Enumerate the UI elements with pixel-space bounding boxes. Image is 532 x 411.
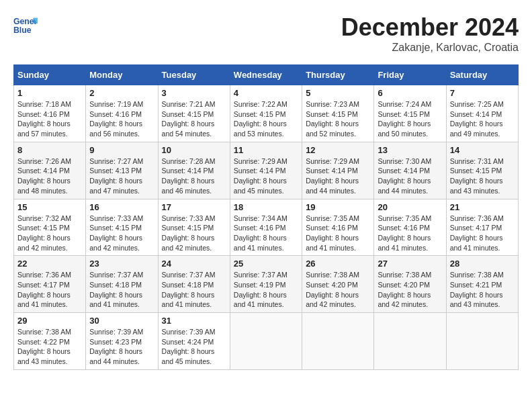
sunrise-text: Sunrise: 7:27 AM bbox=[89, 157, 143, 165]
sunrise-text: Sunrise: 7:35 AM bbox=[306, 214, 359, 222]
sunrise-text: Sunrise: 7:34 AM bbox=[234, 214, 287, 222]
day-number: 6 bbox=[378, 88, 442, 98]
daylight-text: Daylight: 8 hours and 41 minutes. bbox=[234, 234, 287, 252]
daylight-text: Daylight: 8 hours and 49 minutes. bbox=[450, 120, 503, 138]
day-info: Sunrise: 7:24 AM Sunset: 4:15 PM Dayligh… bbox=[378, 99, 442, 139]
day-info: Sunrise: 7:36 AM Sunset: 4:17 PM Dayligh… bbox=[450, 214, 515, 253]
day-info: Sunrise: 7:34 AM Sunset: 4:16 PM Dayligh… bbox=[234, 214, 298, 253]
day-number: 9 bbox=[89, 145, 154, 155]
calendar-cell bbox=[446, 313, 518, 370]
day-info: Sunrise: 7:37 AM Sunset: 4:18 PM Dayligh… bbox=[89, 270, 154, 310]
daylight-text: Daylight: 8 hours and 48 minutes. bbox=[17, 177, 71, 195]
daylight-text: Daylight: 8 hours and 56 minutes. bbox=[89, 120, 142, 138]
day-info: Sunrise: 7:38 AM Sunset: 4:21 PM Dayligh… bbox=[450, 270, 515, 310]
daylight-text: Daylight: 8 hours and 52 minutes. bbox=[306, 120, 359, 138]
calendar-body: 1 Sunrise: 7:18 AM Sunset: 4:16 PM Dayli… bbox=[14, 85, 519, 370]
day-number: 2 bbox=[89, 88, 154, 98]
day-info: Sunrise: 7:26 AM Sunset: 4:14 PM Dayligh… bbox=[17, 156, 82, 196]
calendar-cell: 18 Sunrise: 7:34 AM Sunset: 4:16 PM Dayl… bbox=[230, 199, 302, 256]
sunrise-text: Sunrise: 7:38 AM bbox=[450, 271, 504, 279]
day-number: 27 bbox=[378, 259, 442, 269]
day-info: Sunrise: 7:39 AM Sunset: 4:23 PM Dayligh… bbox=[89, 327, 154, 367]
sunrise-text: Sunrise: 7:18 AM bbox=[17, 100, 71, 108]
col-tuesday: Tuesday bbox=[158, 65, 230, 85]
sunset-text: Sunset: 4:15 PM bbox=[306, 110, 358, 118]
calendar-cell: 11 Sunrise: 7:29 AM Sunset: 4:14 PM Dayl… bbox=[230, 142, 302, 199]
calendar-cell: 30 Sunrise: 7:39 AM Sunset: 4:23 PM Dayl… bbox=[86, 313, 158, 370]
sunset-text: Sunset: 4:21 PM bbox=[450, 281, 502, 289]
sunset-text: Sunset: 4:18 PM bbox=[162, 281, 214, 289]
day-info: Sunrise: 7:25 AM Sunset: 4:14 PM Dayligh… bbox=[450, 99, 515, 139]
sunrise-text: Sunrise: 7:39 AM bbox=[162, 328, 216, 336]
sunrise-text: Sunrise: 7:29 AM bbox=[234, 157, 287, 165]
day-info: Sunrise: 7:35 AM Sunset: 4:16 PM Dayligh… bbox=[378, 214, 442, 253]
calendar-cell: 24 Sunrise: 7:37 AM Sunset: 4:18 PM Dayl… bbox=[158, 256, 230, 313]
day-info: Sunrise: 7:37 AM Sunset: 4:18 PM Dayligh… bbox=[162, 270, 226, 310]
sunrise-text: Sunrise: 7:21 AM bbox=[162, 100, 216, 108]
day-number: 15 bbox=[17, 202, 82, 212]
calendar-cell: 6 Sunrise: 7:24 AM Sunset: 4:15 PM Dayli… bbox=[374, 85, 446, 142]
daylight-text: Daylight: 8 hours and 42 minutes. bbox=[306, 291, 359, 309]
sunset-text: Sunset: 4:20 PM bbox=[378, 281, 430, 289]
location-subtitle: Zakanje, Karlovac, Croatia bbox=[341, 42, 519, 54]
calendar-cell: 12 Sunrise: 7:29 AM Sunset: 4:14 PM Dayl… bbox=[302, 142, 374, 199]
calendar-week-row: 22 Sunrise: 7:36 AM Sunset: 4:17 PM Dayl… bbox=[14, 256, 519, 313]
sunset-text: Sunset: 4:14 PM bbox=[234, 167, 286, 175]
calendar-cell: 29 Sunrise: 7:38 AM Sunset: 4:22 PM Dayl… bbox=[14, 313, 86, 370]
daylight-text: Daylight: 8 hours and 41 minutes. bbox=[89, 291, 142, 309]
day-number: 13 bbox=[378, 145, 442, 155]
day-info: Sunrise: 7:28 AM Sunset: 4:14 PM Dayligh… bbox=[162, 156, 226, 196]
sunset-text: Sunset: 4:17 PM bbox=[17, 281, 70, 289]
daylight-text: Daylight: 8 hours and 44 minutes. bbox=[378, 177, 431, 195]
daylight-text: Daylight: 8 hours and 45 minutes. bbox=[162, 347, 215, 365]
daylight-text: Daylight: 8 hours and 44 minutes. bbox=[89, 347, 142, 365]
daylight-text: Daylight: 8 hours and 54 minutes. bbox=[162, 120, 215, 138]
logo-icon: General Blue bbox=[13, 13, 38, 38]
sunrise-text: Sunrise: 7:38 AM bbox=[17, 328, 71, 336]
sunset-text: Sunset: 4:16 PM bbox=[89, 110, 142, 118]
calendar-cell: 26 Sunrise: 7:38 AM Sunset: 4:20 PM Dayl… bbox=[302, 256, 374, 313]
col-sunday: Sunday bbox=[14, 65, 86, 85]
day-number: 11 bbox=[234, 145, 298, 155]
sunset-text: Sunset: 4:15 PM bbox=[89, 224, 142, 232]
sunset-text: Sunset: 4:15 PM bbox=[162, 224, 214, 232]
sunrise-text: Sunrise: 7:22 AM bbox=[234, 100, 287, 108]
calendar-week-row: 29 Sunrise: 7:38 AM Sunset: 4:22 PM Dayl… bbox=[14, 313, 519, 370]
calendar-cell: 15 Sunrise: 7:32 AM Sunset: 4:15 PM Dayl… bbox=[14, 199, 86, 256]
sunset-text: Sunset: 4:16 PM bbox=[306, 224, 358, 232]
calendar-cell: 16 Sunrise: 7:33 AM Sunset: 4:15 PM Dayl… bbox=[86, 199, 158, 256]
daylight-text: Daylight: 8 hours and 50 minutes. bbox=[378, 120, 431, 138]
calendar-cell: 22 Sunrise: 7:36 AM Sunset: 4:17 PM Dayl… bbox=[14, 256, 86, 313]
daylight-text: Daylight: 8 hours and 57 minutes. bbox=[17, 120, 71, 138]
day-info: Sunrise: 7:37 AM Sunset: 4:19 PM Dayligh… bbox=[234, 270, 298, 310]
calendar-cell: 9 Sunrise: 7:27 AM Sunset: 4:13 PM Dayli… bbox=[86, 142, 158, 199]
sunset-text: Sunset: 4:14 PM bbox=[162, 167, 214, 175]
day-number: 1 bbox=[17, 88, 82, 98]
day-number: 30 bbox=[89, 316, 154, 326]
day-number: 10 bbox=[162, 145, 226, 155]
sunset-text: Sunset: 4:15 PM bbox=[234, 110, 286, 118]
sunset-text: Sunset: 4:20 PM bbox=[306, 281, 358, 289]
page-header: General Blue December 2024 Zakanje, Karl… bbox=[13, 13, 519, 54]
sunset-text: Sunset: 4:17 PM bbox=[450, 224, 502, 232]
day-info: Sunrise: 7:30 AM Sunset: 4:14 PM Dayligh… bbox=[378, 156, 442, 196]
day-info: Sunrise: 7:35 AM Sunset: 4:16 PM Dayligh… bbox=[306, 214, 370, 253]
sunset-text: Sunset: 4:15 PM bbox=[450, 167, 502, 175]
day-number: 25 bbox=[234, 259, 298, 269]
calendar-cell: 7 Sunrise: 7:25 AM Sunset: 4:14 PM Dayli… bbox=[446, 85, 518, 142]
day-info: Sunrise: 7:31 AM Sunset: 4:15 PM Dayligh… bbox=[450, 156, 515, 196]
sunrise-text: Sunrise: 7:26 AM bbox=[17, 157, 71, 165]
day-info: Sunrise: 7:29 AM Sunset: 4:14 PM Dayligh… bbox=[234, 156, 298, 196]
day-info: Sunrise: 7:27 AM Sunset: 4:13 PM Dayligh… bbox=[89, 156, 154, 196]
sunrise-text: Sunrise: 7:39 AM bbox=[89, 328, 143, 336]
col-thursday: Thursday bbox=[302, 65, 374, 85]
day-number: 4 bbox=[234, 88, 298, 98]
title-block: December 2024 Zakanje, Karlovac, Croatia bbox=[341, 13, 519, 54]
sunrise-text: Sunrise: 7:30 AM bbox=[378, 157, 431, 165]
sunset-text: Sunset: 4:16 PM bbox=[378, 224, 430, 232]
day-number: 23 bbox=[89, 259, 154, 269]
sunset-text: Sunset: 4:18 PM bbox=[89, 281, 142, 289]
day-number: 24 bbox=[162, 259, 226, 269]
day-info: Sunrise: 7:18 AM Sunset: 4:16 PM Dayligh… bbox=[17, 99, 82, 139]
daylight-text: Daylight: 8 hours and 45 minutes. bbox=[234, 177, 287, 195]
